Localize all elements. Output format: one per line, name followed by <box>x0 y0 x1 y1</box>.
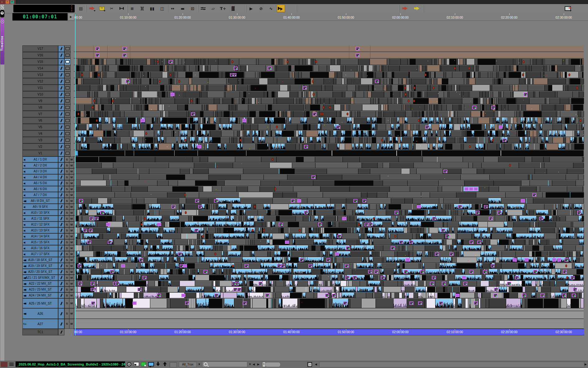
track-record-arm-v14[interactable] <box>58 65 64 72</box>
track-record-arm-a9-9-sfx[interactable] <box>58 204 64 210</box>
window-close-icon[interactable]: x <box>1 0 3 4</box>
track-record-arm-v8[interactable] <box>58 104 64 111</box>
track-record-arm-a18-18-sfx-st[interactable] <box>58 257 64 263</box>
scroll-left-button[interactable]: ◀ <box>315 363 317 366</box>
track-record-arm-a4-4-dx[interactable] <box>58 174 64 180</box>
track-name-a21-21-sfx-mx-st[interactable]: A21 / 21 SFX/MX_ST◀◀ <box>22 275 58 281</box>
track-mute-a26[interactable]: M <box>69 308 74 319</box>
extract-icon[interactable]: ≡ <box>128 5 136 12</box>
track-solo-a3-3-dx[interactable]: S <box>64 168 69 174</box>
track-name-v3[interactable]: V3 <box>22 137 58 143</box>
track-solo-a9-9-sfx[interactable]: S <box>64 204 69 210</box>
track-solo-a13-13-sfx[interactable]: S <box>64 227 69 233</box>
track-mute-a12-12-sfx[interactable]: M <box>69 221 74 227</box>
track-solo-a11-11-sfx[interactable]: S <box>64 216 69 221</box>
track-name-v8[interactable]: V8 <box>22 104 58 111</box>
track-mute-a22-22-mx-st[interactable]: M <box>69 281 74 286</box>
track-solo-a22-22-mx-st[interactable]: S <box>64 281 69 286</box>
track-name-a12-12-sfx[interactable]: A12 / 12 SFX◀ <box>22 221 58 227</box>
toggle-box[interactable] <box>170 362 177 367</box>
track-name-a10-10-sfx[interactable]: A10 / 10 SFX◀ <box>22 210 58 216</box>
track-record-arm-a16-16-sfx[interactable] <box>58 245 64 251</box>
meter-up-icon[interactable] <box>163 362 167 366</box>
quick-transition-icon[interactable]: ▓ <box>229 5 237 12</box>
track-record-arm-a14-14-sfx[interactable] <box>58 233 64 239</box>
track-solo-a23-23-mx-st[interactable]: S <box>64 286 69 292</box>
timeline-filmstrip-icon[interactable]: ▤ <box>77 5 85 12</box>
track-monitor-v10[interactable] <box>64 91 71 98</box>
track-mute-a11-11-sfx[interactable]: M <box>69 216 74 221</box>
track-solo-a24-24-mx-st[interactable]: S <box>64 292 69 298</box>
track-name-a14-14-sfx[interactable]: A14 / 14 SFX◀ <box>22 233 58 239</box>
track-name-a1-1-dx[interactable]: A1 / 1 DX◀ <box>22 156 58 162</box>
track-mute-a19-19-sfx-st[interactable]: M <box>69 263 74 269</box>
track-mute-a6-6-dx[interactable]: M <box>69 186 74 192</box>
go-to-event-arrow-icon[interactable] <box>88 5 96 12</box>
track-record-arm-a5-5-dx[interactable] <box>58 180 64 186</box>
window-minimize-button[interactable]: − <box>6 0 9 4</box>
track-mute-a2-2-dx[interactable]: M <box>69 162 74 168</box>
track-name-a7-7-dx[interactable]: A7 / 7 DX◀ <box>22 192 58 198</box>
track-record-arm-a6-6-dx[interactable] <box>58 186 64 192</box>
tc1-track-bar[interactable]: 00:0001:10:00:0001:20:00:0001:30:00:0001… <box>74 329 584 335</box>
track-solo-a16-16-sfx[interactable]: S <box>64 245 69 251</box>
track-record-arm-a11-11-sfx[interactable] <box>58 216 64 221</box>
track-monitor-v2[interactable] <box>64 143 71 150</box>
track-record-arm-a2-2-dx[interactable] <box>58 162 64 168</box>
track-name-a3-3-dx[interactable]: A3 / 3 DX◀ <box>22 168 58 174</box>
track-name-a4-4-dx[interactable]: A4 / 4 DX◀ <box>22 174 58 180</box>
track-name-a24-24-mx-st[interactable]: A24 / 24 MX_ST◀◀ <box>22 292 58 298</box>
track-record-arm-v5[interactable] <box>58 124 64 130</box>
add-marker-icon[interactable] <box>98 5 106 12</box>
track-record-arm-v10[interactable] <box>58 91 64 98</box>
track-mute-a18-18-sfx-st[interactable]: M <box>69 257 74 263</box>
focus-button[interactable] <box>307 362 312 367</box>
track-solo-a6-6-dx[interactable]: S <box>64 186 69 192</box>
track-monitor-v17[interactable] <box>64 45 71 52</box>
zoom-slider-thumb[interactable] <box>265 362 281 367</box>
track-mute-a1-1-dx[interactable]: M <box>69 156 74 162</box>
track-name-a11-11-sfx[interactable]: A11 / 11 SFX◀ <box>22 216 58 221</box>
track-record-arm-v9[interactable] <box>58 98 64 104</box>
panel-drag-grip[interactable] <box>0 5 4 10</box>
track-mute-a20-20-sfx-st[interactable]: M <box>69 269 74 275</box>
track-mute-a4-4-dx[interactable]: M <box>69 174 74 180</box>
track-record-arm-a1-1-dx[interactable] <box>58 156 64 162</box>
track-name-v11[interactable]: V11 <box>22 85 58 91</box>
track-name-a22-22-mx-st[interactable]: A22 / 22 MX_ST◀◀ <box>22 281 58 286</box>
client-monitor-icon[interactable] <box>148 362 154 366</box>
track-record-arm-a17-17-sfx[interactable] <box>58 251 64 257</box>
track-record-arm-v1[interactable] <box>58 150 64 156</box>
track-name-v2[interactable]: V2 <box>22 143 58 150</box>
track-record-arm-tc1[interactable] <box>58 329 64 335</box>
track-name-a20-20-sfx-st[interactable]: A20 / 20 SFX_ST◀◀ <box>22 269 58 275</box>
keyframe-tool-icon[interactable] <box>277 5 285 12</box>
track-name-v17[interactable]: V17 <box>22 45 58 52</box>
track-mute-a9-9-sfx[interactable]: M <box>69 204 74 210</box>
track-mute-a27[interactable]: M <box>69 319 74 329</box>
fast-forward-red-icon[interactable] <box>401 5 409 12</box>
view-preset-select[interactable]: All_Trax <box>179 362 197 367</box>
track-record-arm-v12[interactable] <box>58 78 64 85</box>
fast-menu-icon[interactable] <box>9 363 14 366</box>
track-record-arm-a24-24-mx-st[interactable] <box>58 292 64 298</box>
mark-clip-icon[interactable]: ▬ <box>179 5 187 12</box>
track-name-a8-8-dx-st[interactable]: A8 / 8 DX_ST◀◀ <box>22 198 58 204</box>
track-solo-a10-10-sfx[interactable]: S <box>64 210 69 216</box>
view-preset-caret-icon[interactable]: ▼ <box>198 363 201 366</box>
track-mute-a25-25-mx-st[interactable]: M <box>69 298 74 308</box>
track-mute-a13-13-sfx[interactable]: M <box>69 227 74 233</box>
track-name-v6[interactable]: V6 <box>22 117 58 124</box>
draft-quality-icon[interactable] <box>141 362 146 366</box>
track-record-arm-v13[interactable] <box>58 72 64 78</box>
track-name-v9[interactable]: V9 <box>22 98 58 104</box>
track-monitor-v9[interactable] <box>64 98 71 104</box>
track-monitor-v4[interactable] <box>64 130 71 137</box>
track-solo-a18-18-sfx-st[interactable]: S <box>64 257 69 263</box>
track-record-arm-a19-19-sfx-st[interactable] <box>58 263 64 269</box>
panel-close-icon[interactable]: ✕ <box>1 20 4 23</box>
track-name-v12[interactable]: V12 <box>22 78 58 85</box>
window-maximize-button[interactable]: + <box>10 0 14 4</box>
track-solo-a26[interactable]: S <box>64 308 69 319</box>
client-monitor-output-icon[interactable] <box>564 5 572 12</box>
